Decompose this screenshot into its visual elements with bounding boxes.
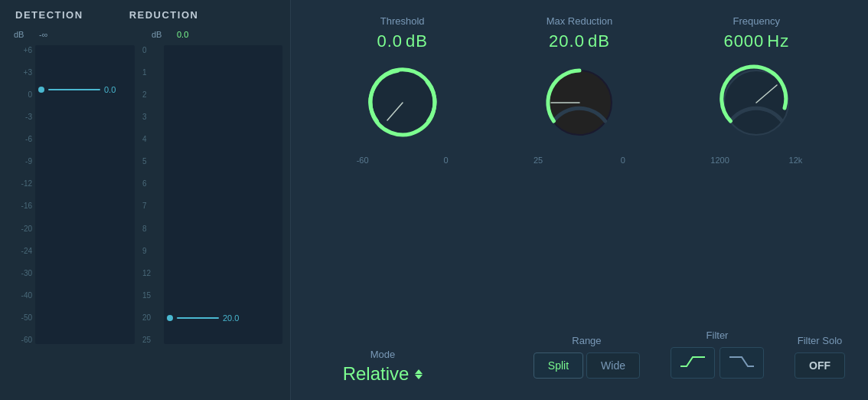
right-panel: Threshold 0.0 dB -60 0 (291, 0, 868, 400)
detection-header: DETECTION (15, 9, 83, 21)
filter-label: Filter (706, 330, 729, 341)
highpass-filter-button[interactable] (671, 347, 715, 379)
threshold-max: 0 (444, 156, 449, 165)
max-reduction-range: 25 0 (534, 156, 625, 165)
threshold-knob[interactable] (361, 61, 445, 145)
frequency-knob[interactable] (714, 61, 798, 145)
max-reduction-value: 20.0 (549, 31, 585, 51)
mode-arrows-icon[interactable] (415, 369, 423, 379)
max-reduction-section: Max Reduction 20.0 dB 25 0 (534, 15, 625, 165)
threshold-range: -60 0 (357, 156, 449, 165)
max-reduction-max: 0 (621, 156, 625, 165)
frequency-section: Frequency 6000 Hz 1200 12k (710, 15, 802, 165)
range-control: Range Split Wide (534, 335, 640, 379)
max-reduction-min: 25 (534, 156, 543, 165)
left-panel: DETECTION REDUCTION dB -∞ dB 0.0 +6 +3 0… (0, 0, 291, 400)
mode-value-text: Relative (343, 363, 410, 385)
detection-slider[interactable]: 0.0 (38, 85, 116, 94)
filter-control: Filter (671, 330, 764, 379)
reduction-slider[interactable]: 20.0 (167, 313, 239, 323)
threshold-unit: dB (406, 31, 428, 51)
threshold-section: Threshold 0.0 dB -60 0 (357, 15, 449, 165)
max-reduction-knob[interactable] (537, 61, 622, 145)
lowpass-filter-button[interactable] (720, 347, 764, 379)
reduction-db-value: 0.0 (177, 30, 188, 39)
max-reduction-unit: dB (588, 31, 610, 51)
frequency-label: Frequency (733, 15, 780, 27)
reduction-db-label: dB (152, 30, 171, 39)
mode-selector[interactable]: Relative (343, 363, 423, 385)
filter-solo-control: Filter Solo OFF (795, 335, 845, 379)
frequency-unit: Hz (767, 31, 789, 51)
bottom-controls: Range Split Wide Filter (534, 330, 845, 385)
mode-arrow-down-icon[interactable] (415, 375, 423, 379)
detection-db-label: dB (14, 30, 33, 39)
frequency-range: 1200 12k (710, 156, 802, 165)
frequency-min: 1200 (710, 156, 729, 165)
reduction-header: REDUCTION (129, 9, 199, 21)
mode-arrow-up-icon[interactable] (415, 369, 423, 374)
wide-button[interactable]: Wide (586, 352, 640, 379)
range-label: Range (572, 335, 601, 346)
reduction-meter-zone[interactable]: 20.0 (164, 45, 282, 344)
filter-solo-label: Filter Solo (798, 335, 843, 346)
range-button-group: Split Wide (534, 352, 640, 379)
detection-meter-zone[interactable]: 0.0 (35, 45, 135, 344)
threshold-min: -60 (357, 156, 369, 165)
left-header: DETECTION REDUCTION (0, 0, 290, 27)
mode-section: Mode Relative (314, 349, 452, 385)
mode-label: Mode (370, 349, 396, 360)
reduction-slider-value: 20.0 (223, 313, 239, 323)
threshold-value: 0.0 (377, 31, 403, 51)
frequency-value: 6000 (723, 31, 764, 51)
detection-slider-value: 0.0 (104, 85, 116, 94)
threshold-label: Threshold (380, 15, 425, 27)
knobs-row: Threshold 0.0 dB -60 0 (314, 15, 845, 172)
detection-scale: +6 +3 0 -3 -6 -9 -12 -16 -20 -24 -30 -40… (8, 45, 32, 344)
frequency-max: 12k (789, 156, 803, 165)
max-reduction-label: Max Reduction (547, 15, 613, 27)
split-button[interactable]: Split (534, 352, 583, 379)
reduction-scale: 0 1 2 3 4 5 6 7 8 9 12 15 20 25 (142, 45, 161, 344)
detection-db-value: -∞ (39, 30, 48, 39)
filter-button-group (671, 347, 764, 379)
filter-solo-button[interactable]: OFF (795, 352, 845, 379)
